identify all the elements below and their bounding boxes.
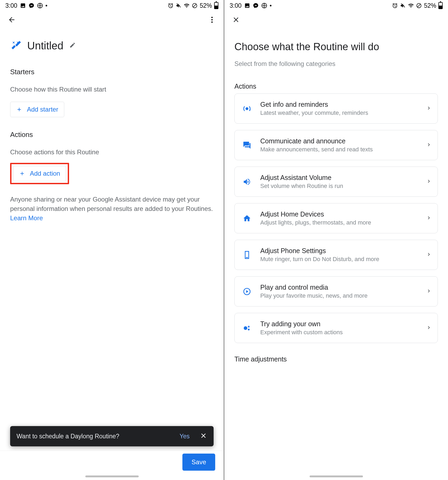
actions-section-heading: Actions — [224, 70, 448, 93]
alarm-icon — [392, 3, 398, 9]
toolbar — [0, 11, 224, 28]
mute-icon — [176, 3, 182, 9]
add-starter-label: Add starter — [27, 106, 58, 113]
toolbar — [224, 11, 448, 28]
photo-icon — [20, 3, 26, 9]
battery-icon — [438, 2, 443, 9]
card-subtitle: Latest weather, your commute, reminders — [260, 109, 419, 116]
add-action-button[interactable]: Add action — [13, 166, 66, 181]
card-subtitle: Make announcements, send and read texts — [260, 146, 419, 153]
snackbar-close-icon[interactable] — [200, 432, 207, 440]
card-home-devices[interactable]: Adjust Home DevicesAdjust lights, plugs,… — [234, 203, 438, 233]
add-action-label: Add action — [30, 170, 60, 177]
edit-icon[interactable] — [69, 42, 76, 49]
battery-percent: 52% — [200, 2, 212, 9]
play-media-icon — [241, 287, 253, 296]
svg-point-6 — [244, 326, 247, 330]
svg-point-7 — [248, 326, 250, 328]
battery-icon — [214, 2, 218, 9]
chevron-right-icon — [426, 251, 432, 258]
card-title: Adjust Home Devices — [260, 210, 419, 218]
chevron-right-icon — [426, 178, 432, 185]
back-icon[interactable] — [7, 15, 16, 24]
snackbar: Want to schedule a Daylong Routine? Yes — [10, 426, 214, 446]
card-title: Play and control media — [260, 284, 419, 291]
phone-settings-icon — [241, 251, 253, 259]
svg-point-3 — [211, 21, 213, 23]
card-title: Communicate and announce — [260, 137, 419, 145]
chevron-right-icon — [426, 288, 432, 295]
actions-subtitle: Choose actions for this Routine — [10, 148, 214, 156]
alarm-icon — [168, 3, 174, 9]
page-title: Choose what the Routine will do — [234, 41, 438, 53]
svg-point-8 — [248, 329, 250, 331]
battery-percent: 52% — [424, 2, 436, 9]
card-title: Adjust Assistant Volume — [260, 174, 419, 182]
card-subtitle: Experiment with custom actions — [260, 329, 419, 336]
actions-heading: Actions — [10, 131, 214, 139]
dnd-icon — [192, 3, 198, 9]
close-icon[interactable] — [232, 15, 240, 24]
status-bar: 3:00 52% — [224, 0, 448, 11]
chevron-right-icon — [426, 215, 432, 222]
status-time: 3:00 — [230, 2, 242, 9]
mute-icon — [400, 3, 406, 9]
custom-action-icon — [241, 324, 253, 332]
sports-icon — [261, 3, 267, 9]
card-communicate[interactable]: Communicate and announceMake announcemen… — [234, 130, 438, 160]
chevron-right-icon — [426, 325, 432, 332]
info-reminders-icon — [241, 104, 253, 113]
snackbar-message: Want to schedule a Daylong Routine? — [17, 433, 119, 440]
left-screen: 3:00 52% Untitled Starters Choose how th… — [0, 0, 224, 480]
routine-title: Untitled — [27, 40, 63, 52]
right-screen: 3:00 52% Choose what the Routine will do… — [224, 0, 448, 480]
dnd-icon — [416, 3, 422, 9]
communicate-icon — [241, 141, 253, 149]
wifi-icon — [184, 3, 190, 9]
add-starter-button[interactable]: Add starter — [10, 102, 64, 117]
photo-icon — [244, 3, 250, 9]
status-time: 3:00 — [5, 2, 17, 9]
status-bar: 3:00 52% — [0, 0, 224, 11]
card-play-media[interactable]: Play and control mediaPlay your favorite… — [234, 276, 438, 306]
disclaimer: Anyone sharing or near your Google Assis… — [10, 195, 214, 223]
starters-heading: Starters — [10, 68, 214, 76]
save-button[interactable]: Save — [182, 454, 215, 471]
card-subtitle: Mute ringer, turn on Do Not Disturb, and… — [260, 256, 419, 263]
card-info-reminders[interactable]: Get info and remindersLatest weather, yo… — [234, 93, 438, 124]
messenger-icon — [253, 3, 259, 9]
card-custom-action[interactable]: Try adding your ownExperiment with custo… — [234, 313, 438, 343]
time-adjustments-heading: Time adjustments — [224, 343, 448, 363]
chevron-right-icon — [426, 105, 432, 112]
card-subtitle: Play your favorite music, news, and more — [260, 292, 419, 299]
svg-point-1 — [211, 17, 213, 18]
wand-icon — [10, 40, 21, 52]
starters-subtitle: Choose how this Routine will start — [10, 86, 214, 93]
card-title: Adjust Phone Settings — [260, 247, 419, 255]
more-notifications-dot — [46, 5, 47, 6]
snackbar-yes-button[interactable]: Yes — [179, 433, 190, 440]
add-action-highlight: Add action — [10, 163, 69, 184]
more-icon[interactable] — [208, 15, 216, 24]
card-subtitle: Adjust lights, plugs, thermostats, and m… — [260, 219, 419, 226]
messenger-icon — [29, 3, 34, 9]
card-subtitle: Set volume when Routine is run — [260, 183, 419, 190]
assistant-volume-icon — [241, 178, 253, 186]
card-title: Try adding your own — [260, 320, 419, 328]
more-notifications-dot — [270, 5, 271, 6]
gesture-bar — [85, 475, 139, 477]
card-assistant-volume[interactable]: Adjust Assistant VolumeSet volume when R… — [234, 167, 438, 197]
card-title: Get info and reminders — [260, 101, 419, 108]
learn-more-link[interactable]: Learn More — [10, 214, 43, 222]
svg-point-2 — [211, 19, 213, 21]
page-subtitle: Select from the following categories — [234, 60, 438, 68]
sports-icon — [37, 3, 43, 9]
card-phone-settings[interactable]: Adjust Phone SettingsMute ringer, turn o… — [234, 240, 438, 270]
gesture-bar — [310, 475, 363, 477]
chevron-right-icon — [426, 142, 432, 149]
wifi-icon — [408, 3, 414, 9]
home-devices-icon — [241, 214, 253, 223]
